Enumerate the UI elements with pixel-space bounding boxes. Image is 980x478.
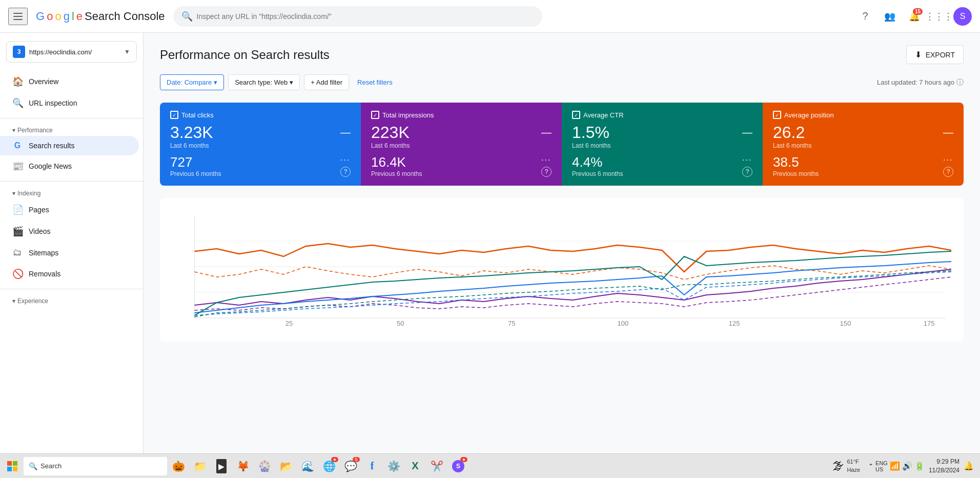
taskbar-terminal-button[interactable]: ▶: [211, 456, 232, 476]
metric-prev-period-position: Previous months: [773, 170, 819, 177]
url-search-bar[interactable]: 🔍: [173, 6, 542, 27]
top-bar: Google Search Console 🔍 ? 👥 🔔 15 ⋮⋮⋮ S: [0, 0, 980, 33]
sidebar-label-removals: Removals: [29, 270, 60, 278]
metric-help-clicks[interactable]: ?: [340, 167, 351, 177]
taskbar-pinwheel-button[interactable]: 🎡: [254, 456, 275, 476]
apps-button[interactable]: ⋮⋮⋮: [929, 6, 949, 27]
reset-filters-link[interactable]: Reset filters: [357, 78, 393, 86]
search-type-dropdown-icon: ▾: [290, 78, 293, 86]
taskbar-emoji-button[interactable]: 🎃: [168, 456, 189, 476]
weather-desc: Haze: [847, 466, 860, 474]
sidebar-label-sitemaps: Sitemaps: [29, 249, 58, 257]
notifications-button[interactable]: 🔔 15: [904, 6, 925, 27]
add-filter-button[interactable]: + Add filter: [304, 74, 349, 90]
manage-users-button[interactable]: 👥: [880, 6, 900, 27]
site-selector[interactable]: 3 https://eoclindia.com/ ▼: [6, 41, 137, 63]
taskbar-whatsapp-button[interactable]: 💬 5: [340, 456, 361, 476]
sidebar-label-videos: Videos: [29, 227, 51, 235]
taskbar: 🔍 Search 🎃 📁 ▶ 🦊 🎡 📂 🌊 🌐 ● 💬 5: [0, 453, 980, 478]
sidebar-item-removals[interactable]: 🚫 Removals: [0, 263, 139, 285]
hamburger-menu[interactable]: [8, 8, 28, 25]
metric-card-position: ✓ Average position 26.2 — Last 6 months …: [763, 103, 964, 186]
weather-widget: 🌫 61°F Haze: [828, 458, 864, 474]
sitemaps-icon: 🗂: [12, 247, 23, 258]
metric-check-ctr[interactable]: ✓: [572, 111, 580, 119]
sidebar-item-google-news[interactable]: 📰 Google News: [0, 155, 139, 177]
date-filter-button[interactable]: Date: Compare ▾: [160, 74, 224, 90]
metric-card-impressions: ✓ Total impressions 223K — Last 6 months…: [361, 103, 562, 186]
avatar[interactable]: S: [953, 7, 972, 26]
taskbar-folder-button[interactable]: 📂: [276, 456, 296, 476]
site-url: https://eoclindia.com/: [29, 48, 120, 56]
metric-dash-ctr: —: [742, 127, 752, 138]
taskbar-search[interactable]: 🔍 Search: [24, 457, 167, 475]
firefox-icon: 🦊: [237, 460, 250, 472]
url-search-input[interactable]: [197, 12, 534, 21]
facebook-icon: f: [371, 460, 374, 472]
taskbar-edge-button[interactable]: 🌊: [297, 456, 318, 476]
sidebar-item-url-inspection[interactable]: 🔍 URL inspection: [0, 92, 139, 114]
svg-text:100: 100: [618, 320, 629, 327]
taskbar-excel-button[interactable]: X: [405, 456, 425, 476]
taskbar-firefox-button[interactable]: 🦊: [233, 456, 253, 476]
metric-check-impressions[interactable]: ✓: [371, 111, 379, 119]
app-logo: Google Search Console: [36, 10, 165, 23]
metric-prev-period-clicks: Previous 6 months: [170, 170, 221, 177]
svg-rect-15: [13, 467, 17, 471]
metric-prev-ctr: 4.4%: [572, 154, 602, 170]
metric-dots-clicks: ···: [340, 155, 350, 164]
search-type-filter-button[interactable]: Search type: Web ▾: [228, 74, 300, 90]
metric-period-ctr: Last 6 months: [572, 142, 752, 149]
taskbar-search-console-button[interactable]: S ●: [448, 456, 468, 476]
filter-bar: Date: Compare ▾ Search type: Web ▾ + Add…: [160, 74, 964, 90]
terminal-icon: ▶: [216, 459, 227, 473]
help-button[interactable]: ?: [855, 6, 875, 27]
taskbar-snip-button[interactable]: ✂️: [426, 456, 447, 476]
sidebar-item-sitemaps[interactable]: 🗂 Sitemaps: [0, 242, 139, 263]
google-g-icon: G: [12, 141, 23, 150]
metric-help-impressions[interactable]: ?: [541, 167, 552, 177]
taskbar-settings-button[interactable]: ⚙️: [383, 456, 404, 476]
datetime-display[interactable]: 9:29 PM 11/28/2024: [929, 457, 959, 475]
sidebar-section-label-indexing: Indexing: [17, 190, 40, 197]
metric-check-clicks[interactable]: ✓: [170, 111, 178, 119]
metric-dash-position: —: [943, 127, 953, 138]
sidebar-item-overview[interactable]: 🏠 Overview: [0, 71, 139, 92]
up-arrow-icon[interactable]: ⌃: [868, 463, 873, 470]
svg-text:25: 25: [285, 320, 293, 327]
sidebar-item-videos[interactable]: 🎬 Videos: [0, 221, 139, 242]
notification-center-icon[interactable]: 🔔: [964, 461, 974, 471]
metric-help-position[interactable]: ?: [943, 167, 953, 177]
taskbar-files-button[interactable]: 📁: [190, 456, 210, 476]
chart-area: 25 50 75 100 125 150 175: [172, 210, 951, 328]
metric-value-clicks: 3.23K: [170, 123, 213, 142]
sidebar-label-overview: Overview: [29, 77, 58, 86]
metric-dash-impressions: —: [541, 127, 552, 138]
metric-help-ctr[interactable]: ?: [742, 167, 752, 177]
metric-dots-position: ···: [943, 155, 953, 164]
metric-label-ctr: Average CTR: [583, 111, 624, 119]
news-icon: 📰: [12, 161, 23, 172]
metric-value-position: 26.2: [773, 123, 805, 142]
taskbar-facebook-button[interactable]: f: [362, 456, 382, 476]
export-button[interactable]: ⬇ EXPORT: [906, 45, 964, 64]
metric-check-position[interactable]: ✓: [773, 111, 781, 119]
sidebar-item-pages[interactable]: 📄 Pages: [0, 199, 139, 221]
metric-label-impressions: Total impressions: [382, 111, 434, 119]
videos-icon: 🎬: [12, 226, 23, 237]
info-icon: ⓘ: [956, 78, 964, 87]
settings-icon: ⚙️: [387, 460, 400, 472]
sidebar-label-search-results: Search results: [29, 142, 74, 150]
taskbar-search-label: Search: [40, 462, 62, 470]
taskbar-chrome-button[interactable]: 🌐 ●: [319, 456, 339, 476]
main-layout: 3 https://eoclindia.com/ ▼ 🏠 Overview 🔍 …: [0, 33, 980, 453]
top-actions: ? 👥 🔔 15 ⋮⋮⋮ S: [855, 6, 972, 27]
sidebar-item-search-results[interactable]: G Search results: [0, 136, 139, 155]
windows-start-button[interactable]: [2, 456, 23, 476]
sidebar: 3 https://eoclindia.com/ ▼ 🏠 Overview 🔍 …: [0, 33, 144, 453]
sidebar-section-label-performance: Performance: [17, 127, 53, 134]
svg-text:50: 50: [397, 320, 404, 327]
metric-value-ctr: 1.5%: [572, 123, 609, 142]
svg-rect-13: [13, 461, 17, 466]
metric-label-clicks: Total clicks: [181, 111, 214, 119]
